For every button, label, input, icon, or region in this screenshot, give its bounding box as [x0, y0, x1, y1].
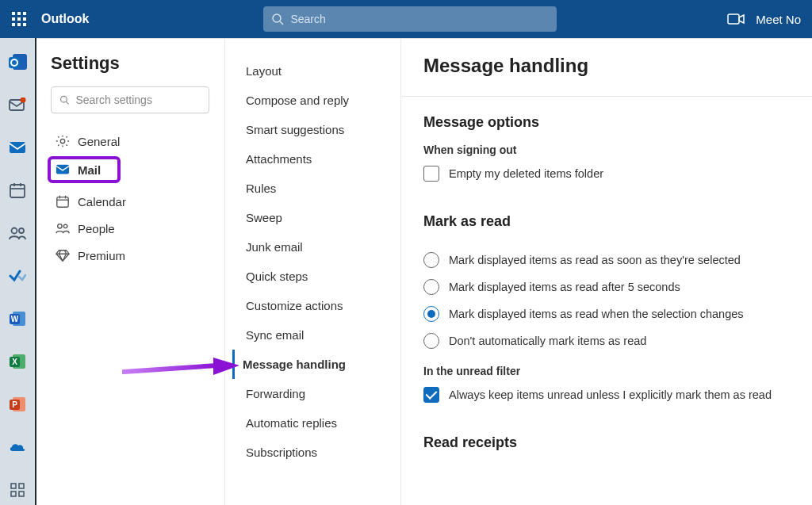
checkbox-icon[interactable]: [423, 387, 439, 403]
people-icon: [56, 221, 70, 235]
content-title: Message handling: [423, 55, 793, 77]
radio-as-selected[interactable]: Mark displayed items as read as soon as …: [423, 252, 793, 268]
new-mail-icon[interactable]: [8, 95, 27, 114]
category-people[interactable]: People: [51, 215, 215, 242]
settings-title: Settings: [51, 53, 215, 74]
svg-rect-9: [10, 185, 25, 197]
mark-as-read-heading: Mark as read: [423, 213, 793, 230]
calendar-icon[interactable]: [8, 181, 27, 200]
settings-content: Message handling Message options When si…: [401, 39, 812, 505]
svg-rect-31: [56, 165, 69, 174]
svg-rect-2: [728, 14, 739, 24]
settings-categories: Settings General Mail Calendar People: [36, 39, 225, 505]
sub-smart-suggestions[interactable]: Smart suggestions: [243, 115, 391, 144]
calendar-icon: [56, 194, 70, 209]
signing-out-label: When signing out: [423, 143, 793, 156]
radio-icon[interactable]: [423, 333, 439, 349]
settings-panel: Settings General Mail Calendar People: [36, 38, 812, 505]
svg-point-7: [21, 98, 26, 103]
sub-message-handling[interactable]: Message handling: [232, 350, 391, 379]
sub-compose-reply[interactable]: Compose and reply: [243, 86, 391, 115]
outlook-logo-icon[interactable]: [8, 52, 27, 71]
svg-point-0: [273, 14, 281, 22]
sub-layout[interactable]: Layout: [243, 56, 391, 86]
category-general[interactable]: General: [51, 128, 215, 155]
global-search[interactable]: [263, 6, 557, 32]
svg-rect-26: [11, 492, 16, 496]
sub-attachments[interactable]: Attachments: [243, 144, 391, 174]
unread-filter-checkbox-row[interactable]: Always keep items unread unless I explic…: [423, 387, 793, 403]
sub-sweep[interactable]: Sweep: [243, 203, 391, 232]
meet-now-button[interactable]: Meet No: [756, 13, 801, 26]
svg-point-28: [61, 96, 67, 102]
search-icon: [59, 94, 69, 105]
svg-rect-32: [57, 197, 68, 208]
divider: [401, 96, 812, 97]
svg-line-29: [67, 101, 69, 104]
todo-icon[interactable]: [8, 266, 27, 285]
word-icon[interactable]: W: [8, 309, 27, 328]
radio-icon[interactable]: [423, 306, 439, 322]
titlebar: Outlook Meet No: [0, 0, 812, 38]
more-apps-icon[interactable]: [8, 480, 27, 499]
radio-after-5s[interactable]: Mark displayed items as read after 5 sec…: [423, 279, 793, 295]
sub-automatic-replies[interactable]: Automatic replies: [243, 408, 391, 438]
gear-icon: [56, 134, 70, 148]
radio-selection-changes[interactable]: Mark displayed items as read when the se…: [423, 306, 793, 322]
category-mail[interactable]: Mail: [48, 156, 121, 183]
radio-dont-mark[interactable]: Don't automatically mark items as read: [423, 333, 793, 349]
settings-search-input[interactable]: [75, 94, 201, 106]
empty-deleted-label: Empty my deleted items folder: [449, 167, 603, 180]
sub-subscriptions[interactable]: Subscriptions: [243, 438, 391, 467]
svg-rect-25: [19, 484, 24, 488]
sub-rules[interactable]: Rules: [243, 174, 391, 203]
diamond-icon: [56, 248, 70, 262]
svg-point-36: [58, 224, 62, 228]
sub-customize-actions[interactable]: Customize actions: [243, 291, 391, 320]
message-options-heading: Message options: [423, 114, 793, 131]
people-icon[interactable]: [8, 224, 27, 243]
svg-text:W: W: [11, 315, 19, 323]
sub-forwarding[interactable]: Forwarding: [243, 379, 391, 408]
sub-quick-steps[interactable]: Quick steps: [243, 262, 391, 291]
checkbox-icon[interactable]: [423, 166, 439, 182]
svg-point-37: [63, 224, 67, 228]
radio-icon[interactable]: [423, 252, 439, 268]
left-nav-rail: W X P: [0, 38, 36, 505]
svg-point-30: [60, 139, 64, 143]
svg-point-13: [12, 228, 17, 234]
onedrive-icon[interactable]: [8, 438, 27, 457]
radio-icon[interactable]: [423, 279, 439, 295]
unread-filter-label: In the unread filter: [423, 365, 793, 377]
global-search-input[interactable]: [290, 13, 549, 25]
sub-sync-email[interactable]: Sync email: [243, 320, 391, 350]
empty-deleted-checkbox-row[interactable]: Empty my deleted items folder: [423, 166, 793, 182]
svg-line-1: [280, 21, 283, 25]
excel-icon[interactable]: X: [8, 352, 27, 371]
search-icon: [271, 13, 284, 25]
category-calendar[interactable]: Calendar: [51, 188, 215, 215]
svg-rect-8: [10, 142, 25, 153]
powerpoint-icon[interactable]: P: [8, 395, 27, 414]
mail-icon: [56, 163, 70, 177]
video-icon[interactable]: [727, 13, 745, 25]
mail-subsettings: Layout Compose and reply Smart suggestio…: [225, 39, 401, 505]
sub-junk-email[interactable]: Junk email: [243, 232, 391, 262]
svg-text:X: X: [12, 358, 17, 366]
app-launcher-icon[interactable]: [6, 6, 32, 32]
read-receipts-heading: Read receipts: [423, 434, 793, 451]
svg-text:P: P: [12, 400, 17, 409]
app-title: Outlook: [41, 12, 89, 26]
svg-rect-27: [19, 492, 24, 496]
settings-search[interactable]: [51, 86, 209, 113]
mail-icon[interactable]: [8, 138, 27, 157]
svg-point-14: [19, 228, 24, 233]
svg-rect-24: [11, 484, 16, 488]
category-premium[interactable]: Premium: [51, 242, 215, 269]
